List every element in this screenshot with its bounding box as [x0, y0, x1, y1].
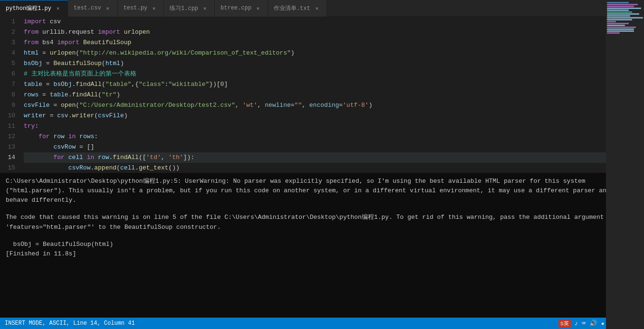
terminal-area[interactable]: C:\Users\Administrator\Desktop\python编程1…: [0, 173, 644, 318]
code-line-1: import csv: [24, 17, 644, 27]
code-line-8: rows = table.findAll("tr"): [24, 90, 644, 100]
line-num-5: 5: [0, 58, 15, 69]
tab-python-label: python编程1.py: [6, 4, 51, 12]
status-left: INSERT MODE, ASCII, Line 14, Column 41: [5, 320, 135, 327]
tab-csv-label: test.csv: [74, 5, 101, 11]
code-line-3: from bs4 import BeautifulSoup: [24, 38, 644, 48]
status-icon-star: ★: [601, 320, 605, 327]
line-num-9: 9: [0, 100, 15, 111]
tab-cpp1-close[interactable]: ✕: [201, 4, 209, 12]
tab-python-close[interactable]: ✕: [54, 5, 62, 12]
terminal-line-7: [Finished in 11.8s]: [6, 249, 638, 259]
line-num-8: 8: [0, 90, 15, 100]
code-line-15: csvRow.append(cell.get_text()): [24, 163, 644, 173]
code-line-6: # 主对比表格是当前页面上的第一个表格: [24, 69, 644, 79]
code-line-14: for cell in row.findAll(['td', 'th']):: [24, 152, 644, 163]
code-line-5: bsObj = BeautifulSoup(html): [24, 58, 644, 69]
tab-btree-label: btree.cpp: [221, 5, 251, 11]
tab-python[interactable]: python编程1.py ✕: [0, 0, 68, 17]
terminal-line-1: C:\Users\Administrator\Desktop\python编程1…: [6, 177, 638, 186]
tab-bar: python编程1.py ✕ test.csv ✕ test.py ✕ 练习1.…: [0, 0, 644, 17]
tab-btree[interactable]: btree.cpp ✕: [215, 0, 268, 17]
code-line-12: for row in rows:: [24, 132, 644, 142]
tab-testpy[interactable]: test.py ✕: [118, 0, 164, 17]
tab-cpp1[interactable]: 练习1.cpp ✕: [164, 0, 215, 17]
editor-area: 1 2 3 4 5 6 7 8 9 10 11 12 13 14 15 16 1…: [0, 17, 644, 173]
status-icon-music: ♪: [575, 320, 578, 327]
main-area: 1 2 3 4 5 6 7 8 9 10 11 12 13 14 15 16 1…: [0, 17, 644, 318]
code-line-10: writer = csv.writer(csvFile): [24, 111, 644, 121]
line-num-15: 15: [0, 163, 15, 173]
line-num-7: 7: [0, 79, 15, 90]
line-num-13: 13: [0, 142, 15, 152]
tab-cpp1-label: 练习1.cpp: [170, 4, 198, 12]
code-line-4: html = urlopen("http://en.wikipedia.org/…: [24, 48, 644, 58]
status-icon-input: S英: [558, 320, 571, 328]
code-editor[interactable]: import csv from urllib.request import ur…: [19, 17, 644, 173]
status-mode: INSERT MODE, ASCII, Line 14, Column 41: [5, 320, 135, 327]
line-numbers: 1 2 3 4 5 6 7 8 9 10 11 12 13 14 15 16 1…: [0, 17, 19, 173]
line-num-6: 6: [0, 69, 15, 79]
tab-testpy-label: test.py: [124, 5, 147, 11]
line-num-11: 11: [0, 121, 15, 132]
code-line-13: csvRow = []: [24, 142, 644, 152]
line-num-12: 12: [0, 132, 15, 142]
tab-homework-close[interactable]: ✕: [313, 4, 321, 12]
status-icon-sound: 🔊: [589, 320, 597, 327]
tab-csv-close[interactable]: ✕: [104, 4, 112, 12]
status-icon-keyboard: ⌨: [582, 320, 586, 327]
status-bar: INSERT MODE, ASCII, Line 14, Column 41 S…: [0, 318, 644, 329]
terminal-blank-1: [6, 205, 638, 213]
tab-csv[interactable]: test.csv ✕: [68, 0, 118, 17]
tab-homework[interactable]: 作业清单.txt ✕: [268, 0, 327, 17]
line-num-4: 4: [0, 48, 15, 58]
terminal-line-5: 'features="html.parser"' to the Beautifu…: [6, 223, 638, 232]
tab-testpy-close[interactable]: ✕: [150, 4, 158, 12]
line-num-10: 10: [0, 111, 15, 121]
line-num-1: 1: [0, 17, 15, 27]
tab-homework-label: 作业清单.txt: [274, 4, 310, 12]
terminal-line-4: The code that caused this warning is on …: [6, 213, 638, 222]
terminal-blank-2: [6, 232, 638, 240]
line-num-14: 14: [0, 152, 15, 163]
terminal-line-6: bsObj = BeautifulSoup(html): [6, 240, 638, 249]
minimap-content: [606, 17, 644, 38]
code-line-11: try:: [24, 121, 644, 132]
terminal-line-2: ("html.parser"). This usually isn't a pr…: [6, 186, 638, 196]
terminal-line-3: behave differently.: [6, 196, 638, 205]
code-line-9: csvFile = open("C:/Users/Administrator/D…: [24, 100, 644, 111]
tab-btree-close[interactable]: ✕: [254, 4, 262, 12]
line-num-2: 2: [0, 27, 15, 38]
code-line-2: from urllib.request import urlopen: [24, 27, 644, 38]
line-num-3: 3: [0, 38, 15, 48]
minimap: [606, 17, 644, 173]
code-line-7: table = bsObj.findAll("table",{"class":"…: [24, 79, 644, 90]
